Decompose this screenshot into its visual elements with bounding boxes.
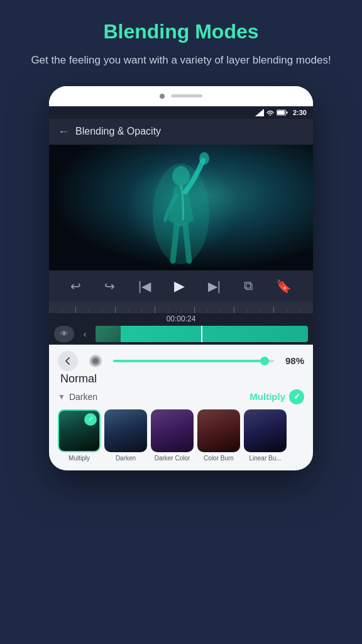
play-button[interactable]: ▶	[170, 277, 189, 296]
arrow-left-icon	[63, 357, 72, 365]
forward-button[interactable]: ↪	[101, 277, 119, 295]
slider-fill	[113, 360, 269, 362]
blend-label-multiply: Multiply	[69, 455, 90, 462]
top-nav: ← Blending & Opacity	[49, 119, 313, 145]
timeline-track-row: 👁 ‹	[49, 326, 313, 342]
linearburn-preview	[244, 409, 287, 452]
signal-icon	[255, 109, 264, 116]
header-section: Blending Modes Get the feeling you want …	[0, 0, 362, 81]
blend-thumb-darken	[104, 409, 147, 452]
blend-thumb-darker-color	[151, 409, 194, 452]
loop-button[interactable]: ⧉	[240, 277, 256, 294]
layers-icon	[88, 353, 103, 369]
video-background	[49, 145, 313, 270]
opacity-slider-row: 98%	[113, 355, 304, 366]
back-button[interactable]: ←	[58, 125, 69, 138]
tick-major	[115, 307, 128, 313]
opacity-slider[interactable]	[113, 360, 274, 362]
darken-section-label: ▼ Darken	[58, 392, 97, 402]
tick	[128, 309, 141, 313]
timeline-ruler	[49, 302, 313, 313]
back-button-circle[interactable]	[58, 351, 78, 371]
darker-preview	[151, 409, 194, 452]
section-label-text: Darken	[69, 392, 97, 402]
svg-rect-2	[277, 111, 285, 114]
tick-major	[75, 307, 89, 313]
blend-thumb-multiply: ✓	[58, 409, 101, 452]
active-check-circle: ✓	[289, 389, 304, 404]
svg-point-6	[199, 152, 209, 165]
tick-major	[155, 307, 168, 313]
tick	[260, 309, 273, 313]
current-blend-mode: Normal	[60, 372, 304, 386]
chevron-down-icon: ▼	[58, 392, 65, 401]
tick	[287, 309, 300, 313]
screen-title: Blending & Opacity	[75, 126, 161, 137]
svg-point-5	[172, 166, 190, 186]
page-subtitle: Get the feeling you want with a variety …	[25, 52, 337, 69]
tick	[247, 309, 260, 313]
active-blend-mode-text: Multiply	[250, 391, 285, 402]
svg-marker-0	[255, 109, 264, 116]
ruler-marks	[49, 302, 313, 313]
slider-thumb[interactable]	[260, 357, 269, 365]
bookmark-button[interactable]: 🔖	[272, 277, 295, 295]
tick	[89, 309, 102, 313]
blend-check-overlay: ✓	[84, 413, 97, 426]
track-clip[interactable]	[96, 326, 308, 342]
tick-major	[273, 307, 287, 313]
blend-mode-darken[interactable]: Darken	[104, 409, 147, 462]
controls-row: 98%	[58, 351, 304, 371]
eye-icon: 👁	[60, 329, 69, 338]
blend-modes-row: ✓ Multiply Darken Darker Color	[58, 409, 304, 464]
wifi-icon	[266, 109, 275, 116]
track-expand-button[interactable]: ‹	[78, 326, 92, 342]
phone-screen: 2:30 ← Blending & Opacity	[49, 106, 313, 470]
phone-camera	[160, 94, 165, 99]
opacity-value: 98%	[279, 355, 304, 366]
tick	[207, 309, 221, 313]
blend-mode-darker-color[interactable]: Darker Color	[151, 409, 194, 462]
page-title: Blending Modes	[25, 20, 337, 43]
battery-icon	[277, 109, 288, 116]
blend-mode-multiply[interactable]: ✓ Multiply	[58, 409, 101, 462]
svg-rect-3	[286, 111, 287, 113]
darken-preview	[104, 409, 147, 452]
tick	[300, 309, 313, 313]
blend-label-darker-color: Darker Color	[155, 455, 190, 462]
figure-silhouette	[140, 151, 222, 270]
eye-button[interactable]: 👁	[54, 326, 74, 342]
svg-point-9	[93, 358, 98, 364]
status-icons	[255, 109, 288, 116]
skip-end-button[interactable]: ▶|	[204, 277, 224, 295]
tick	[181, 309, 194, 313]
blend-section-header: ▼ Darken Multiply ✓	[58, 389, 304, 404]
blend-thumb-linear-burn	[244, 409, 287, 452]
status-bar: 2:30	[49, 106, 313, 119]
playhead	[201, 326, 202, 342]
chevron-left-icon: ‹	[84, 329, 87, 339]
tick	[141, 309, 155, 313]
blend-mode-linear-burn[interactable]: Linear Bu...	[244, 409, 287, 462]
tick	[221, 309, 234, 313]
tick	[168, 309, 181, 313]
blend-label-darken: Darken	[116, 455, 136, 462]
rewind-button[interactable]: ↩	[67, 277, 85, 295]
bottom-panel: 98% Normal ▼ Darken Multiply ✓	[49, 345, 313, 470]
active-blend-mode-indicator: Multiply ✓	[250, 389, 304, 404]
clip-thumbnail	[96, 326, 121, 342]
blend-thumb-color-burn	[197, 409, 240, 452]
colorburn-preview	[197, 409, 240, 452]
tick	[49, 309, 62, 313]
blend-mode-color-burn[interactable]: Color Burn	[197, 409, 240, 462]
layer-icon-button[interactable]	[85, 351, 106, 371]
tick	[62, 309, 75, 313]
phone-wrapper: 2:30 ← Blending & Opacity	[49, 86, 313, 470]
video-preview	[49, 145, 313, 270]
skip-start-button[interactable]: |◀	[134, 277, 155, 295]
blend-label-color-burn: Color Burn	[204, 455, 234, 462]
playback-controls: ↩ ↪ |◀ ▶ ▶| ⧉ 🔖	[49, 270, 313, 302]
tick	[102, 309, 115, 313]
status-time: 2:30	[293, 109, 307, 116]
blend-label-linear-burn: Linear Bu...	[249, 455, 281, 462]
